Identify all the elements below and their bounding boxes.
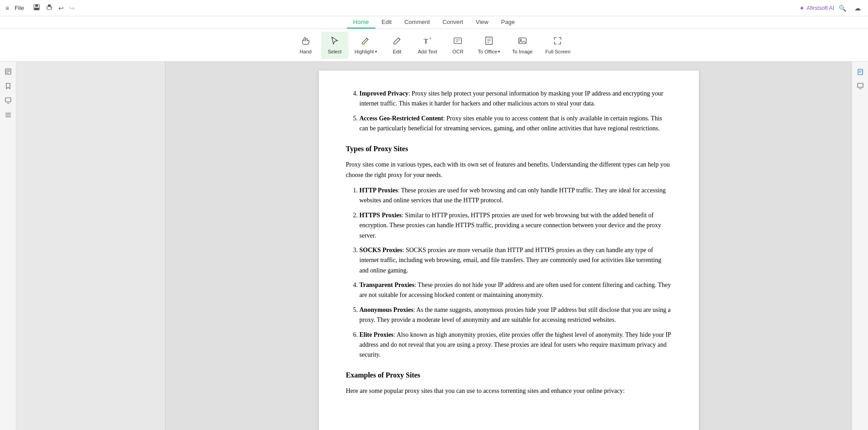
item-bold: Elite Proxies <box>360 331 394 338</box>
hand-icon <box>301 36 311 47</box>
right-sidebar-clipboard-icon[interactable] <box>854 65 867 78</box>
list-item: Access Geo-Restricted Content: Proxy sit… <box>360 114 672 134</box>
item-bold: Access Geo-Restricted Content <box>360 115 443 122</box>
list-item: SOCKS Proxies: SOCKS proxies are more ve… <box>360 245 672 276</box>
item-bold: SOCKS Proxies <box>360 247 403 253</box>
right-sidebar <box>852 62 868 430</box>
to-office-label: To Office <box>478 49 497 54</box>
search-button[interactable]: 🔍 <box>838 4 847 13</box>
print-button[interactable] <box>44 3 55 13</box>
item-bold: HTTPS Proxies <box>360 212 402 219</box>
save-icon <box>33 4 40 12</box>
list-item: Elite Proxies: Also known as high anonym… <box>360 330 672 360</box>
ocr-icon <box>453 36 463 47</box>
redo-button[interactable]: ↪ <box>67 4 76 13</box>
nav-right: ✦ Afirstsoft AI 🔍 ☁ <box>799 4 863 13</box>
hand-tool-button[interactable]: Hand <box>292 32 319 59</box>
doc-content: Improved Privacy: Proxy sites help prote… <box>346 89 672 397</box>
svg-point-5 <box>50 7 51 8</box>
item-bold: HTTP Proxies <box>360 187 398 194</box>
item-bold: Transparent Proxies <box>360 282 415 288</box>
to-office-tool-button[interactable]: To Office ▾ <box>473 32 505 59</box>
list-item: HTTP Proxies: These proxies are used for… <box>360 186 672 206</box>
tab-convert[interactable]: Convert <box>436 16 470 29</box>
select-tool-button[interactable]: Select <box>321 32 348 59</box>
highlight-arrow-icon: ▾ <box>375 49 377 54</box>
undo-icon: ↩ <box>58 5 64 12</box>
item-bold: Improved Privacy <box>360 90 408 97</box>
to-image-label: To Image <box>512 49 532 54</box>
right-sidebar-comment-icon[interactable] <box>854 80 867 92</box>
ai-badge: ✦ Afirstsoft AI <box>799 5 834 12</box>
sidebar-pages-icon[interactable] <box>2 65 14 78</box>
to-office-arrow-icon: ▾ <box>498 49 500 54</box>
svg-point-17 <box>520 39 522 41</box>
save-button[interactable] <box>31 3 42 13</box>
svg-text:+: + <box>429 36 432 41</box>
select-label: Select <box>327 49 342 54</box>
left-sidebar <box>0 62 16 430</box>
ocr-label: OCR <box>452 49 463 54</box>
list-item: Transparent Proxies: These proxies do no… <box>360 280 672 301</box>
title-bar-left: ≡ File ↩ ↪ <box>4 3 76 13</box>
highlight-tool-button[interactable]: Highlight ▾ <box>350 32 382 59</box>
redo-icon: ↪ <box>69 5 75 12</box>
add-text-icon: T+ <box>422 36 432 47</box>
add-text-tool-button[interactable]: T+ Add Text <box>413 32 443 59</box>
highlight-icon <box>361 36 371 47</box>
section2-intro: Here are some popular proxy sites that y… <box>346 386 672 396</box>
title-bar-actions: ↩ ↪ <box>31 3 76 13</box>
cloud-button[interactable]: ☁ <box>853 4 863 13</box>
menu-button[interactable]: ≡ <box>4 4 11 13</box>
edit-tool-button[interactable]: Edit <box>384 32 411 59</box>
svg-rect-9 <box>454 38 462 44</box>
tab-edit[interactable]: Edit <box>375 16 398 29</box>
full-screen-label: Full Screen <box>545 49 571 54</box>
doc-area[interactable]: Improved Privacy: Proxy sites help prote… <box>166 62 852 430</box>
item-bold: Anonymous Proxies <box>360 306 413 313</box>
tab-home[interactable]: Home <box>347 16 375 29</box>
highlight-label: Highlight <box>355 49 374 54</box>
to-image-tool-button[interactable]: To Image <box>507 32 538 59</box>
sidebar-comment-icon[interactable] <box>2 94 14 107</box>
to-image-icon <box>517 36 527 47</box>
undo-button[interactable]: ↩ <box>57 4 66 13</box>
ocr-tool-button[interactable]: OCR <box>444 32 471 59</box>
ai-label: Afirstsoft AI <box>806 5 834 11</box>
to-office-label-row: To Office ▾ <box>478 49 500 54</box>
svg-rect-22 <box>5 98 11 102</box>
section2-title: Examples of Proxy Sites <box>346 369 672 381</box>
file-label: File <box>14 5 24 11</box>
svg-text:T: T <box>424 38 428 45</box>
full-screen-tool-button[interactable]: Full Screen <box>540 32 576 59</box>
to-office-icon <box>484 36 494 47</box>
highlight-label-row: Highlight ▾ <box>355 49 377 54</box>
nav-tabs: Home Edit Comment Convert View Page <box>0 16 868 29</box>
svg-rect-26 <box>858 69 863 75</box>
svg-rect-4 <box>48 5 51 7</box>
svg-rect-2 <box>34 8 39 10</box>
section1-title: Types of Proxy Sites <box>346 143 672 155</box>
select-icon <box>330 36 340 47</box>
ai-star-icon: ✦ <box>799 5 805 12</box>
add-text-label: Add Text <box>418 49 437 54</box>
svg-rect-29 <box>858 83 863 87</box>
svg-rect-1 <box>35 5 38 7</box>
tab-comment[interactable]: Comment <box>398 16 436 29</box>
title-bar: ≡ File ↩ ↪ ✦ Afirstsoft AI <box>0 0 868 16</box>
sidebar-menu-icon[interactable] <box>2 109 14 121</box>
tab-view[interactable]: View <box>470 16 495 29</box>
list-item: Anonymous Proxies: As the name suggests,… <box>360 305 672 325</box>
edit-icon <box>392 36 402 47</box>
svg-rect-6 <box>362 44 365 45</box>
main-layout: Improved Privacy: Proxy sites help prote… <box>0 62 868 430</box>
doc-page: Improved Privacy: Proxy sites help prote… <box>319 71 699 430</box>
page-panel <box>16 62 166 430</box>
full-screen-icon <box>553 36 563 47</box>
menu-icon: ≡ <box>5 5 9 12</box>
toolbar: Hand Select Highlight ▾ Edit T+ Add Text… <box>0 29 868 62</box>
list-item: HTTPS Proxies: Similar to HTTP proxies, … <box>360 210 672 241</box>
sidebar-bookmark-icon[interactable] <box>2 80 14 92</box>
print-icon <box>46 4 53 12</box>
tab-page[interactable]: Page <box>495 16 521 29</box>
